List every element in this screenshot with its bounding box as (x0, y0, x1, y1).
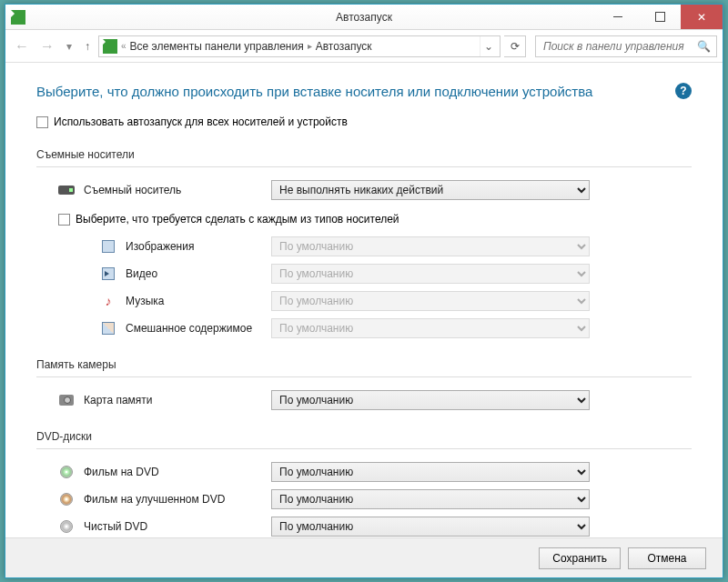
section-removable-title: Съемные носители (36, 148, 692, 161)
video-icon (100, 267, 116, 280)
per-type-row[interactable]: Выберите, что требуется сделать с каждым… (36, 213, 692, 226)
music-combo: По умолчанию (271, 291, 590, 311)
use-autoplay-all-checkbox[interactable] (36, 116, 48, 128)
mixed-row: Смешанное содержимое По умолчанию (36, 318, 692, 338)
use-autoplay-all-label: Использовать автозапуск для всех носител… (54, 115, 348, 128)
per-type-label: Выберите, что требуется сделать с каждым… (76, 213, 399, 226)
navbar: ← → ▾ ↑ « Все элементы панели управления… (5, 30, 723, 63)
mixed-label: Смешанное содержимое (126, 322, 271, 335)
video-label: Видео (126, 267, 271, 280)
drive-icon (58, 184, 75, 196)
cancel-button[interactable]: Отмена (628, 547, 706, 569)
dvd-blank-label: Чистый DVD (84, 520, 271, 533)
dvd-enhanced-icon (58, 493, 75, 506)
content-area: Выберите, что должно происходить при вст… (5, 63, 723, 537)
maximize-button[interactable] (639, 5, 681, 29)
dvd-movie-row: Фильм на DVD По умолчанию (36, 462, 692, 482)
dvd-movie-icon (58, 466, 75, 478)
images-row: Изображения По умолчанию (36, 236, 692, 256)
dvd-enhanced-row: Фильм на улучшенном DVD По умолчанию (36, 489, 692, 509)
images-combo: По умолчанию (271, 236, 590, 256)
mixed-combo: По умолчанию (271, 318, 590, 338)
autoplay-window: Автозапуск ← → ▾ ↑ « Все элементы панели… (5, 4, 723, 578)
crumb-prefix: « (121, 41, 126, 51)
section-dvd-rule (36, 448, 692, 449)
section-camera-title: Память камеры (36, 358, 692, 371)
page-heading: Выберите, что должно происходить при вст… (36, 84, 592, 99)
up-button[interactable]: ↑ (80, 40, 95, 53)
section-camera-rule (36, 376, 692, 377)
camera-icon (58, 394, 75, 406)
dvd-blank-row: Чистый DVD По умолчанию (36, 517, 692, 537)
video-combo: По умолчанию (271, 264, 590, 284)
window-controls (597, 5, 723, 29)
images-label: Изображения (126, 240, 271, 253)
mixed-icon (100, 322, 116, 335)
removable-drive-combo[interactable]: Не выполнять никаких действий (271, 180, 590, 200)
footer: Сохранить Отмена (5, 537, 723, 577)
breadcrumb-autoplay[interactable]: Автозапуск (316, 40, 372, 53)
dvd-movie-combo[interactable]: По умолчанию (271, 462, 590, 482)
music-row: ♪ Музыка По умолчанию (36, 291, 692, 311)
titlebar: Автозапуск (5, 5, 723, 30)
section-removable-rule (36, 166, 692, 167)
removable-drive-label: Съемный носитель (84, 184, 271, 196)
history-dropdown[interactable]: ▾ (62, 40, 76, 53)
images-icon (100, 240, 116, 253)
memory-card-label: Карта памяти (84, 394, 271, 406)
removable-drive-row: Съемный носитель Не выполнять никаких де… (36, 180, 692, 200)
search-input[interactable] (541, 39, 687, 54)
memory-card-row: Карта памяти По умолчанию (36, 390, 692, 410)
dvd-blank-combo[interactable]: По умолчанию (271, 517, 590, 537)
back-button[interactable]: ← (11, 35, 33, 57)
save-button[interactable]: Сохранить (539, 547, 621, 569)
refresh-button[interactable]: ⟳ (504, 35, 526, 57)
dvd-enhanced-combo[interactable]: По умолчанию (271, 489, 590, 509)
close-button[interactable] (681, 5, 723, 29)
memory-card-combo[interactable]: По умолчанию (271, 390, 590, 410)
forward-button: → (36, 35, 58, 57)
dvd-blank-icon (58, 520, 75, 533)
minimize-button[interactable] (597, 5, 639, 29)
address-dropdown[interactable]: ⌄ (480, 36, 496, 56)
section-dvd-title: DVD-диски (36, 430, 692, 443)
music-label: Музыка (126, 295, 271, 307)
search-icon: 🔍 (697, 40, 711, 53)
search-box[interactable]: 🔍 (535, 35, 717, 57)
breadcrumb-all-items[interactable]: Все элементы панели управления (130, 40, 304, 53)
dvd-movie-label: Фильм на DVD (84, 466, 271, 478)
music-icon: ♪ (100, 295, 116, 307)
use-autoplay-all-row[interactable]: Использовать автозапуск для всех носител… (36, 115, 692, 128)
control-panel-icon (103, 39, 117, 54)
dvd-enhanced-label: Фильм на улучшенном DVD (84, 493, 271, 506)
page-heading-row: Выберите, что должно происходить при вст… (36, 83, 692, 99)
per-type-checkbox[interactable] (58, 214, 70, 226)
app-icon (11, 10, 25, 25)
chevron-right-icon: ▸ (308, 41, 312, 51)
video-row: Видео По умолчанию (36, 264, 692, 284)
address-bar[interactable]: « Все элементы панели управления ▸ Автоз… (98, 35, 500, 57)
help-icon[interactable]: ? (675, 83, 692, 99)
